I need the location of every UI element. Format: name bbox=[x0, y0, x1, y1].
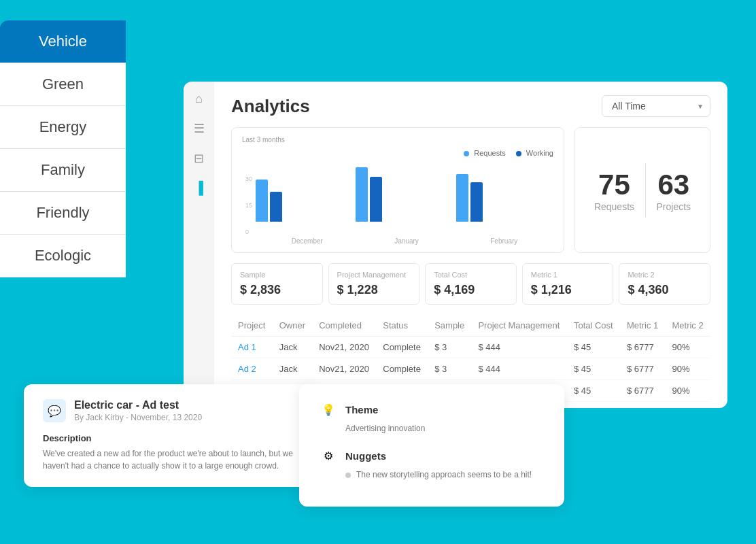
metric-value-pm: $ 1,228 bbox=[337, 283, 411, 297]
chart-icon[interactable]: ▐ bbox=[194, 181, 203, 195]
row2-m1: $ 6777 bbox=[620, 358, 665, 380]
metric-label-total: Total Cost bbox=[434, 271, 508, 279]
row1-project[interactable]: Ad 1 bbox=[231, 337, 273, 358]
metric-card-pm: Project Management $ 1,228 bbox=[328, 263, 420, 305]
chart-stats-row: Last 3 months Requests Working 30 15 0 bbox=[231, 127, 710, 253]
sidebar-item-family[interactable]: Family bbox=[0, 149, 126, 192]
bar-january-working bbox=[370, 177, 382, 222]
row2-sample: $ 3 bbox=[428, 358, 471, 380]
detail-card: 💬 Electric car - Ad test By Jack Kirby -… bbox=[24, 384, 316, 487]
bar-group-december bbox=[256, 180, 353, 222]
col-project: Project bbox=[231, 315, 273, 337]
time-filter-wrap: All Time Last Month Last Week Today bbox=[602, 95, 710, 117]
theme-icon: 💡 bbox=[318, 399, 339, 420]
nuggets-header: ⚙ Nuggets bbox=[318, 445, 545, 466]
y-axis: 30 15 0 bbox=[245, 175, 252, 235]
home-icon[interactable]: ⌂ bbox=[195, 92, 203, 106]
metrics-row: Sample $ 2,836 Project Management $ 1,22… bbox=[231, 263, 710, 305]
nuggets-label: Nuggets bbox=[345, 450, 386, 462]
row1-sample: $ 3 bbox=[428, 337, 471, 358]
bar-group-february bbox=[456, 174, 553, 222]
table-row: Ad 2 Jack Nov21, 2020 Complete $ 3 $ 444… bbox=[231, 358, 710, 380]
projects-stat: 63 Projects bbox=[657, 169, 691, 212]
bar-february-working bbox=[470, 182, 483, 222]
col-m1: Metric 1 bbox=[620, 315, 665, 337]
nuggets-section: ⚙ Nuggets The new storytelling approach … bbox=[318, 445, 545, 479]
row1-status: Complete bbox=[376, 337, 428, 358]
row2-project[interactable]: Ad 2 bbox=[231, 358, 273, 380]
description-label: Description bbox=[43, 433, 297, 443]
inner-sidebar: ⌂ ☰ ⊟ ▐ bbox=[184, 82, 214, 408]
sidebar-item-green[interactable]: Green bbox=[0, 63, 126, 106]
chart-label: Last 3 months bbox=[242, 136, 553, 143]
metric-label-m1: Metric 1 bbox=[531, 271, 605, 279]
bar-chart bbox=[256, 160, 553, 235]
detail-subtitle: By Jack Kirby - November, 13 2020 bbox=[74, 413, 202, 422]
sidebar-item-energy[interactable]: Energy bbox=[0, 106, 126, 149]
metric-value-total: $ 4,169 bbox=[434, 283, 508, 297]
row2-total: $ 45 bbox=[567, 358, 620, 380]
working-dot bbox=[516, 151, 521, 156]
row2-m2: 90% bbox=[665, 358, 710, 380]
requests-legend: Requests bbox=[464, 149, 506, 157]
bar-december-requests bbox=[256, 180, 268, 222]
working-legend: Working bbox=[516, 149, 553, 157]
col-pm: Project Management bbox=[471, 315, 566, 337]
analytics-area: Analytics All Time Last Month Last Week … bbox=[214, 82, 727, 408]
col-owner: Owner bbox=[273, 315, 313, 337]
bar-february-requests bbox=[456, 174, 468, 222]
row1-m1: $ 6777 bbox=[620, 337, 665, 358]
theme-header: 💡 Theme bbox=[318, 399, 545, 420]
nuggets-icon: ⚙ bbox=[318, 445, 339, 466]
bar-group-january bbox=[356, 167, 453, 222]
row1-pm: $ 444 bbox=[471, 337, 566, 358]
row1-m2: 90% bbox=[665, 337, 710, 358]
theme-value: Advertising innovation bbox=[345, 424, 545, 433]
detail-header: 💬 Electric car - Ad test By Jack Kirby -… bbox=[43, 399, 297, 422]
stats-box: 75 Requests 63 Projects bbox=[574, 127, 710, 253]
requests-stat: 75 Requests bbox=[594, 169, 634, 212]
x-labels: December January February bbox=[256, 237, 553, 245]
row2-completed: Nov21, 2020 bbox=[312, 358, 376, 380]
detail-title: Electric car - Ad test bbox=[74, 399, 202, 411]
row3-total: $ 45 bbox=[567, 380, 620, 402]
table-row: Ad 1 Jack Nov21, 2020 Complete $ 3 $ 444… bbox=[231, 337, 710, 358]
sidebar-nav: Vehicle Green Energy Family Friendly Eco… bbox=[0, 20, 126, 277]
nugget-dot bbox=[345, 473, 351, 478]
col-sample: Sample bbox=[428, 315, 471, 337]
col-m2: Metric 2 bbox=[665, 315, 710, 337]
analytics-header: Analytics All Time Last Month Last Week … bbox=[231, 95, 710, 117]
projects-count: 63 bbox=[657, 169, 691, 201]
metric-label-sample: Sample bbox=[240, 271, 314, 279]
stat-divider bbox=[645, 163, 646, 218]
metric-value-sample: $ 2,836 bbox=[240, 283, 314, 297]
metric-value-m1: $ 1,216 bbox=[531, 283, 605, 297]
metric-card-m1: Metric 1 $ 1,216 bbox=[522, 263, 614, 305]
bookmark-icon[interactable]: ⊟ bbox=[194, 151, 204, 166]
detail-info: Electric car - Ad test By Jack Kirby - N… bbox=[74, 399, 202, 422]
nugget-item: The new storytelling approach seems to b… bbox=[345, 470, 545, 479]
bar-december-working bbox=[270, 192, 282, 222]
detail-right-card: 💡 Theme Advertising innovation ⚙ Nuggets… bbox=[299, 384, 564, 507]
metric-card-sample: Sample $ 2,836 bbox=[231, 263, 323, 305]
row3-m2: 90% bbox=[665, 380, 710, 402]
row2-pm: $ 444 bbox=[471, 358, 566, 380]
list-icon[interactable]: ☰ bbox=[194, 121, 205, 136]
row1-completed: Nov21, 2020 bbox=[312, 337, 376, 358]
row1-owner: Jack bbox=[273, 337, 313, 358]
time-filter-select[interactable]: All Time Last Month Last Week Today bbox=[602, 95, 710, 117]
bar-january-requests bbox=[356, 167, 368, 222]
metric-card-total: Total Cost $ 4,169 bbox=[425, 263, 517, 305]
requests-label: Requests bbox=[594, 201, 634, 212]
sidebar-item-ecologic[interactable]: Ecologic bbox=[0, 235, 126, 277]
sidebar-item-friendly[interactable]: Friendly bbox=[0, 192, 126, 235]
description-text: We've created a new ad for the product w… bbox=[43, 447, 297, 472]
col-total: Total Cost bbox=[567, 315, 620, 337]
requests-dot bbox=[464, 151, 469, 156]
col-completed: Completed bbox=[312, 315, 376, 337]
theme-section: 💡 Theme Advertising innovation bbox=[318, 399, 545, 433]
metric-value-m2: $ 4,360 bbox=[628, 283, 702, 297]
page-title: Analytics bbox=[231, 96, 310, 117]
projects-label: Projects bbox=[657, 201, 691, 212]
sidebar-item-vehicle[interactable]: Vehicle bbox=[0, 20, 126, 63]
